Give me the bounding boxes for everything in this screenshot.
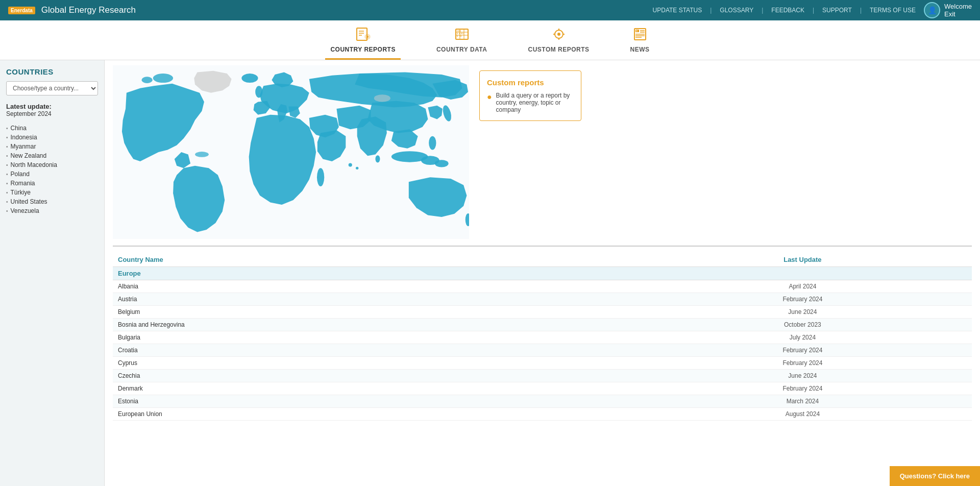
svg-point-33 — [317, 168, 324, 186]
list-item[interactable]: •Indonesia — [6, 133, 98, 142]
last-update-cell: July 2024 — [633, 331, 972, 344]
table-row[interactable]: Estonia March 2024 — [113, 395, 972, 408]
svg-point-44 — [153, 74, 173, 83]
table-row[interactable]: Czechia June 2024 — [113, 370, 972, 382]
svg-point-16 — [557, 33, 560, 36]
avatar[interactable]: 👤 — [924, 2, 940, 18]
svg-point-34 — [375, 155, 380, 162]
bullet-icon: • — [6, 172, 8, 177]
list-item[interactable]: •New Zealand — [6, 151, 98, 160]
glossary-link[interactable]: GLOSSARY — [720, 7, 753, 14]
custom-reports-item: ● Build a query or a report by country, … — [487, 92, 574, 113]
welcome-text-block: Welcome Exit — [944, 3, 972, 18]
bullet-icon: • — [6, 190, 8, 196]
country-name-cell: Cyprus — [113, 357, 633, 370]
tab-news-label: NEWS — [630, 46, 650, 53]
last-update-cell: March 2024 — [633, 395, 972, 408]
col-country-name: Country Name — [113, 253, 633, 267]
country-dropdown[interactable]: Choose/type a country...ChinaIndonesiaMy… — [6, 81, 98, 95]
region-row: Europe — [113, 267, 972, 280]
list-item[interactable]: •Venezuela — [6, 206, 98, 215]
custom-reports-icon — [551, 28, 567, 44]
list-item[interactable]: •Romania — [6, 179, 98, 188]
svg-point-42 — [349, 163, 352, 166]
country-name-cell: Bosnia and Herzegovina — [113, 319, 633, 331]
svg-point-30 — [195, 152, 209, 157]
table-row[interactable]: European Union August 2024 — [113, 408, 972, 421]
update-status-link[interactable]: UPDATE STATUS — [653, 7, 702, 14]
table-row[interactable]: Denmark February 2024 — [113, 382, 972, 395]
table-section: Country Name Last Update Europe Albania … — [113, 246, 972, 421]
last-update-cell: February 2024 — [633, 344, 972, 357]
top-row: Custom reports ● Build a query or a repo… — [113, 65, 972, 240]
bullet-icon: • — [6, 126, 8, 131]
tab-custom-reports[interactable]: CUSTOM REPORTS — [523, 25, 594, 60]
welcome-label: Welcome — [944, 3, 972, 10]
bullet-icon: • — [6, 144, 8, 150]
country-list: •China•Indonesia•Myanmar•New Zealand•Nor… — [6, 124, 98, 215]
header-left: Enerdata Global Energy Research — [8, 5, 136, 15]
last-update-cell: August 2024 — [633, 408, 972, 421]
feedback-link[interactable]: FEEDBACK — [771, 7, 804, 14]
region-name: Europe — [113, 267, 972, 280]
col-last-update: Last Update — [633, 253, 972, 267]
list-item[interactable]: •United States — [6, 197, 98, 206]
exit-label[interactable]: Exit — [944, 10, 972, 18]
svg-point-38 — [435, 160, 449, 167]
table-row[interactable]: Belgium June 2024 — [113, 306, 972, 319]
header-nav: UPDATE STATUS | GLOSSARY | FEEDBACK | SU… — [653, 2, 972, 18]
bullet-icon: • — [6, 208, 8, 214]
country-name-cell: Estonia — [113, 395, 633, 408]
world-map — [113, 65, 469, 239]
custom-reports-item-text: Build a query or a report by country, en… — [496, 92, 574, 113]
country-name-cell: Austria — [113, 293, 633, 306]
logo-badge: Enerdata — [8, 7, 35, 14]
table-row[interactable]: Austria February 2024 — [113, 293, 972, 306]
table-row[interactable]: Albania April 2024 — [113, 280, 972, 293]
svg-point-45 — [141, 77, 152, 83]
table-row[interactable]: Cyprus February 2024 — [113, 357, 972, 370]
tab-custom-reports-label: CUSTOM REPORTS — [528, 46, 589, 53]
latest-update: Latest update: September 2024 — [6, 103, 98, 117]
list-item[interactable]: •North Macedonia — [6, 160, 98, 169]
country-name-cell: Albania — [113, 280, 633, 293]
svg-point-39 — [429, 136, 436, 150]
bullet-icon: • — [6, 135, 8, 140]
svg-point-32 — [255, 86, 262, 98]
tab-news[interactable]: N NEWS — [625, 25, 655, 60]
main-content: Custom reports ● Build a query or a repo… — [105, 60, 980, 486]
tab-country-reports[interactable]: COUNTRY REPORTS — [325, 25, 401, 60]
country-data-icon: 100 2 K93 6 74 — [454, 28, 470, 44]
svg-point-31 — [241, 74, 258, 83]
svg-point-41 — [374, 94, 390, 102]
main-layout: COUNTRIES Choose/type a country...ChinaI… — [0, 60, 980, 486]
svg-text:N: N — [636, 30, 638, 32]
last-update-cell: June 2024 — [633, 370, 972, 382]
sidebar: COUNTRIES Choose/type a country...ChinaI… — [0, 60, 105, 486]
support-link[interactable]: SUPPORT — [822, 7, 852, 14]
table-row[interactable]: Bulgaria July 2024 — [113, 331, 972, 344]
tab-country-data[interactable]: 100 2 K93 6 74 COUNTRY DATA — [431, 25, 493, 60]
country-name-cell: Czechia — [113, 370, 633, 382]
welcome-area: 👤 Welcome Exit — [924, 2, 972, 18]
table-row[interactable]: Bosnia and Herzegovina October 2023 — [113, 319, 972, 331]
custom-reports-card-title: Custom reports — [487, 78, 574, 87]
svg-point-43 — [356, 167, 358, 169]
list-item[interactable]: •China — [6, 124, 98, 133]
last-update-cell: February 2024 — [633, 382, 972, 395]
bullet-icon: • — [6, 153, 8, 159]
country-name-cell: Denmark — [113, 382, 633, 395]
list-item[interactable]: •Türkiye — [6, 188, 98, 197]
custom-reports-bullet-icon: ● — [487, 92, 492, 102]
terms-link[interactable]: TERMS OF USE — [870, 7, 916, 14]
questions-button[interactable]: Questions? Click here — [890, 466, 980, 486]
country-name-cell: Belgium — [113, 306, 633, 319]
last-update-cell: June 2024 — [633, 306, 972, 319]
tab-country-data-label: COUNTRY DATA — [436, 46, 487, 53]
table-row[interactable]: Croatia February 2024 — [113, 344, 972, 357]
table-header-row: Country Name Last Update — [113, 253, 972, 267]
list-item[interactable]: •Myanmar — [6, 142, 98, 151]
list-item[interactable]: •Poland — [6, 169, 98, 179]
country-name-cell: European Union — [113, 408, 633, 421]
header-title: Global Energy Research — [41, 5, 136, 15]
